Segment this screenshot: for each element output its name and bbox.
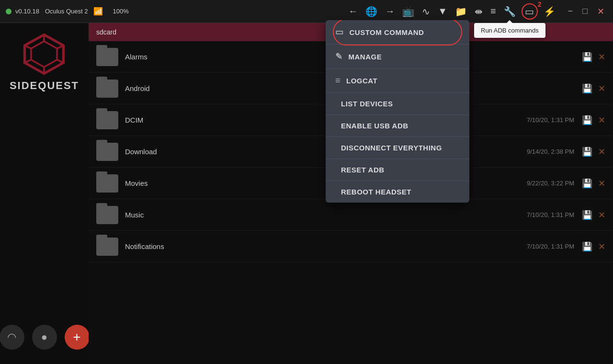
file-date: 7/10/20, 1:31 PM (527, 211, 574, 218)
file-date: 9/22/20, 3:22 PM (527, 180, 574, 187)
reboot-headset-label: REBOOT HEADSET (341, 188, 411, 196)
logo-text: SIDEQUEST (10, 80, 79, 92)
logo-icon (23, 33, 66, 76)
custom-command-icon: ▭ (335, 27, 344, 37)
list-icon[interactable]: ≡ (488, 4, 498, 19)
dropdown-item-custom-command[interactable]: ▭ CUSTOM COMMAND (326, 20, 469, 45)
bug-icon[interactable]: ⚡ (542, 4, 557, 19)
manage-label: MANAGE (349, 53, 382, 61)
back-icon[interactable]: ← (346, 4, 360, 19)
action-icons-row: ◠ ● + (0, 320, 97, 354)
folder-icon-download (96, 143, 118, 161)
delete-icon[interactable]: ✕ (598, 241, 605, 252)
dropdown-item-disconnect-everything[interactable]: DISCONNECT EVERYTHING (326, 137, 469, 159)
save-icon[interactable]: 💾 (582, 83, 592, 94)
file-date: 7/10/20, 1:31 PM (527, 243, 574, 250)
folder-icon-android (96, 80, 118, 98)
table-row[interactable]: Notifications 7/10/20, 1:31 PM 💾 ✕ (89, 231, 613, 262)
save-icon[interactable]: 💾 (582, 241, 592, 252)
download-icon[interactable]: ▼ (436, 4, 449, 19)
wrench-icon[interactable]: 🔧 (502, 4, 518, 19)
breadcrumb-text: sdcard (96, 28, 116, 36)
file-date: 9/14/20, 2:38 PM (527, 148, 574, 155)
svg-marker-1 (31, 41, 57, 67)
folder-icon-notifications (96, 238, 118, 256)
delete-icon[interactable]: ✕ (598, 115, 605, 125)
topbar-icons: ← 🌐 → 📺 ∿ ▼ 📁 ⇼ ≡ 🔧 ▭ 2 ⚡ − □ ✕ (346, 3, 607, 20)
list-devices-label: LIST DEVICES (341, 100, 393, 108)
reset-adb-label: RESET ADB (341, 166, 385, 174)
folder-icon-music (96, 206, 118, 224)
dropdown-item-reboot-headset[interactable]: REBOOT HEADSET (326, 181, 469, 203)
controller-icon-btn[interactable]: ◠ (0, 325, 24, 350)
custom-command-label: CUSTOM COMMAND (350, 28, 424, 36)
delete-icon[interactable]: ✕ (598, 210, 605, 220)
dropdown-item-reset-adb[interactable]: RESET ADB (326, 159, 469, 181)
globe-icon[interactable]: 🌐 (363, 4, 379, 19)
battery-label: 100% (113, 8, 128, 15)
topbar-left: v0.10.18 Oculus Quest 2 📶 100% (6, 7, 346, 16)
folder-icon-dcim (96, 111, 118, 129)
window-controls: − □ ✕ (565, 5, 607, 18)
file-name: Music (125, 211, 527, 219)
logcat-label: LOGCAT (346, 77, 377, 85)
file-date: 7/10/20, 1:31 PM (527, 116, 574, 124)
maximize-button[interactable]: □ (579, 5, 590, 17)
folder-icon-movies (96, 174, 118, 193)
tooltip-text: Run ADB commands (481, 27, 539, 34)
save-icon[interactable]: 💾 (582, 52, 592, 62)
logcat-icon: ≡ (335, 76, 341, 86)
main-layout: SIDEQUEST ◠ ● + sdcard Alarms 💾 ✕ (0, 23, 613, 364)
grid-icon[interactable]: ⇼ (473, 4, 485, 19)
version-label: v0.10.18 (15, 8, 39, 15)
file-name: Notifications (125, 242, 527, 250)
delete-icon[interactable]: ✕ (598, 83, 605, 94)
folder-icon-alarms (96, 48, 118, 66)
manage-icon: ✎ (335, 51, 343, 62)
sidebar: SIDEQUEST ◠ ● + (0, 23, 89, 364)
dropdown-item-manage[interactable]: ✎ MANAGE (326, 45, 469, 69)
save-icon[interactable]: 💾 (582, 178, 592, 189)
enable-usb-adb-label: ENABLE USB ADB (341, 122, 409, 130)
adb-dropdown-menu: ▭ CUSTOM COMMAND ✎ MANAGE ≡ LOGCAT LIST … (326, 20, 469, 203)
minimize-button[interactable]: − (565, 5, 576, 17)
adb-button[interactable]: ▭ 2 (522, 3, 538, 20)
save-icon[interactable]: 💾 (582, 147, 592, 157)
connection-status-dot (6, 9, 11, 14)
screen-icon[interactable]: 📺 (400, 4, 416, 19)
folder-icon[interactable]: 📁 (453, 4, 469, 19)
dropdown-item-enable-usb-adb[interactable]: ENABLE USB ADB (326, 115, 469, 137)
dropdown-item-logcat[interactable]: ≡ LOGCAT (326, 69, 469, 93)
delete-icon[interactable]: ✕ (598, 178, 605, 189)
stop-icon-btn[interactable]: ● (32, 325, 57, 350)
adb-badge: 2 (538, 0, 542, 8)
wifi-icon: 📶 (93, 7, 103, 16)
logo-container: SIDEQUEST (10, 33, 79, 92)
adb-tooltip: Run ADB commands (474, 23, 545, 38)
delete-icon[interactable]: ✕ (598, 147, 605, 157)
disconnect-everything-label: DISCONNECT EVERYTHING (341, 144, 442, 152)
wifi-nav-icon[interactable]: ∿ (420, 4, 432, 19)
save-icon[interactable]: 💾 (582, 115, 592, 125)
delete-icon[interactable]: ✕ (598, 52, 605, 62)
topbar: v0.10.18 Oculus Quest 2 📶 100% ← 🌐 → 📺 ∿… (0, 0, 613, 23)
add-icon-btn[interactable]: + (65, 325, 90, 350)
forward-icon[interactable]: → (383, 4, 397, 19)
dropdown-item-list-devices[interactable]: LIST DEVICES (326, 93, 469, 115)
device-label: Oculus Quest 2 (45, 8, 88, 15)
save-icon[interactable]: 💾 (582, 210, 592, 220)
close-button[interactable]: ✕ (594, 5, 607, 18)
table-row[interactable]: Music 7/10/20, 1:31 PM 💾 ✕ (89, 199, 613, 231)
